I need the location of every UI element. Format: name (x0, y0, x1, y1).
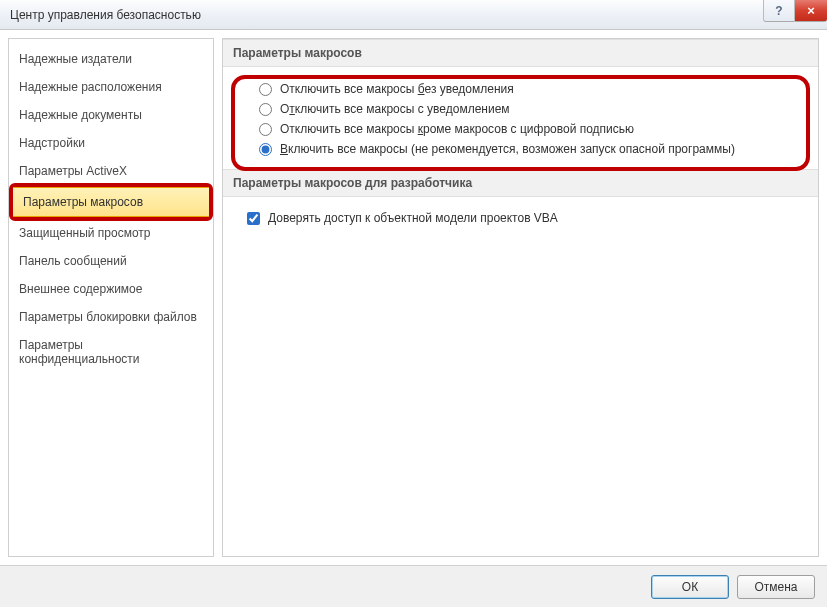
sidebar-item-trusted-publishers[interactable]: Надежные издатели (9, 45, 213, 73)
sidebar-item-label: Параметры конфиденциальности (19, 338, 140, 366)
sidebar-item-message-bar[interactable]: Панель сообщений (9, 247, 213, 275)
sidebar-item-activex[interactable]: Параметры ActiveX (9, 157, 213, 185)
macro-options-group: Отключить все макросы без уведомления От… (235, 75, 806, 169)
radio-input[interactable] (259, 143, 272, 156)
sidebar-item-label: Надежные документы (19, 108, 142, 122)
sidebar-item-trusted-locations[interactable]: Надежные расположения (9, 73, 213, 101)
window-title: Центр управления безопасностью (10, 8, 201, 22)
trust-vba-checkbox-row[interactable]: Доверять доступ к объектной модели проек… (235, 205, 806, 231)
radio-label: Включить все макросы (не рекомендуется, … (280, 142, 735, 156)
sidebar-item-macro-settings[interactable]: Параметры макросов (13, 187, 209, 217)
radio-disable-except-signed[interactable]: Отключить все макросы кроме макросов с ц… (259, 119, 798, 139)
radio-enable-all[interactable]: Включить все макросы (не рекомендуется, … (259, 139, 798, 159)
sidebar-item-addins[interactable]: Надстройки (9, 129, 213, 157)
sidebar-item-label: Параметры макросов (23, 195, 143, 209)
main-panel: Параметры макросов Отключить все макросы… (222, 38, 819, 557)
radio-label: Отключить все макросы кроме макросов с ц… (280, 122, 634, 136)
sidebar-item-label: Параметры блокировки файлов (19, 310, 197, 324)
sidebar-item-label: Внешнее содержимое (19, 282, 142, 296)
trust-vba-checkbox[interactable] (247, 212, 260, 225)
dialog-footer: ОК Отмена (0, 565, 827, 607)
sidebar-item-privacy[interactable]: Параметры конфиденциальности (9, 331, 213, 373)
sidebar-item-label: Панель сообщений (19, 254, 127, 268)
radio-label: Отключить все макросы без уведомления (280, 82, 514, 96)
sidebar-item-label: Параметры ActiveX (19, 164, 127, 178)
macro-settings-header: Параметры макросов (223, 39, 818, 67)
radio-label: Отключить все макросы с уведомлением (280, 102, 510, 116)
checkbox-label: Доверять доступ к объектной модели проек… (268, 211, 558, 225)
developer-settings-header: Параметры макросов для разработчика (223, 169, 818, 197)
sidebar-item-label: Надежные расположения (19, 80, 162, 94)
close-icon: × (807, 3, 815, 18)
sidebar-item-label: Надежные издатели (19, 52, 132, 66)
sidebar-item-external-content[interactable]: Внешнее содержимое (9, 275, 213, 303)
dialog-body: Надежные издатели Надежные расположения … (0, 30, 827, 565)
radio-disable-with-notification[interactable]: Отключить все макросы с уведомлением (259, 99, 798, 119)
sidebar-item-protected-view[interactable]: Защищенный просмотр (9, 219, 213, 247)
title-bar: Центр управления безопасностью ? × (0, 0, 827, 30)
close-button[interactable]: × (795, 0, 827, 22)
window-controls: ? × (763, 0, 827, 22)
sidebar-item-trusted-documents[interactable]: Надежные документы (9, 101, 213, 129)
radio-disable-no-notification[interactable]: Отключить все макросы без уведомления (259, 79, 798, 99)
sidebar-item-label: Защищенный просмотр (19, 226, 151, 240)
radio-input[interactable] (259, 83, 272, 96)
radio-input[interactable] (259, 103, 272, 116)
sidebar-highlight-annotation: Параметры макросов (9, 183, 213, 221)
radio-input[interactable] (259, 123, 272, 136)
help-icon: ? (775, 4, 782, 18)
ok-button[interactable]: ОК (651, 575, 729, 599)
cancel-button[interactable]: Отмена (737, 575, 815, 599)
sidebar-item-file-block[interactable]: Параметры блокировки файлов (9, 303, 213, 331)
sidebar-item-label: Надстройки (19, 136, 85, 150)
sidebar: Надежные издатели Надежные расположения … (8, 38, 214, 557)
help-button[interactable]: ? (763, 0, 795, 22)
